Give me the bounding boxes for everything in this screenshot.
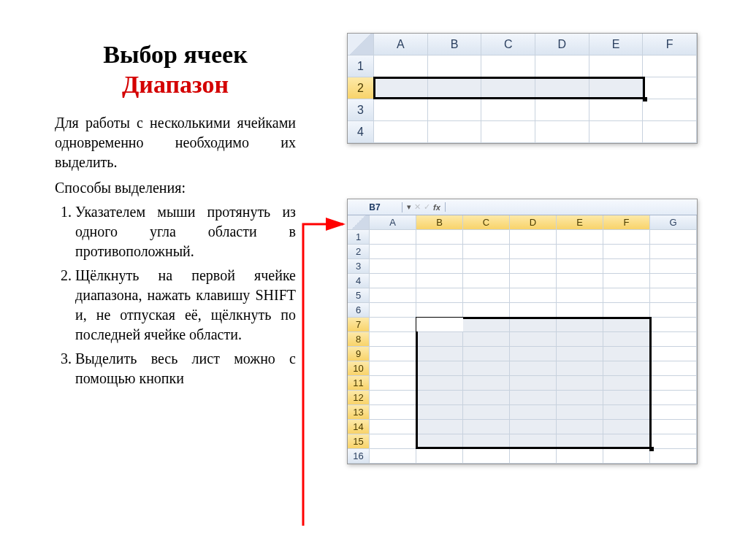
cell[interactable]	[557, 391, 603, 405]
row-header[interactable]: 3	[348, 259, 370, 274]
cell[interactable]	[428, 121, 482, 143]
cell[interactable]	[557, 449, 603, 464]
cell[interactable]	[650, 434, 697, 449]
cell[interactable]	[463, 347, 510, 361]
cell[interactable]	[535, 77, 589, 99]
cell[interactable]	[510, 391, 557, 405]
cell[interactable]	[603, 391, 650, 405]
col-header[interactable]: B	[416, 215, 463, 230]
row-header[interactable]: 6	[348, 303, 370, 318]
cell[interactable]	[603, 288, 650, 303]
col-header[interactable]: F	[603, 215, 650, 230]
cell[interactable]	[463, 274, 510, 288]
cell[interactable]	[650, 391, 697, 405]
cell[interactable]	[510, 347, 557, 361]
cancel-icon[interactable]: ✕	[414, 202, 421, 212]
cell[interactable]	[416, 274, 463, 288]
cell[interactable]	[535, 121, 589, 143]
dropdown-icon[interactable]: ▾	[407, 202, 411, 212]
cell[interactable]	[643, 99, 697, 121]
cell[interactable]	[603, 245, 650, 259]
cell[interactable]	[416, 230, 463, 245]
cell[interactable]	[510, 361, 557, 376]
row-header[interactable]: 4	[348, 121, 374, 143]
row-header[interactable]: 16	[348, 449, 370, 464]
cell[interactable]	[557, 434, 603, 449]
cell[interactable]	[510, 259, 557, 274]
cell[interactable]	[370, 449, 416, 464]
cell[interactable]	[535, 55, 589, 77]
row-header[interactable]: 2	[348, 77, 374, 99]
cell[interactable]	[428, 99, 482, 121]
cell[interactable]	[481, 99, 535, 121]
col-header[interactable]: C	[463, 215, 510, 230]
cell[interactable]	[589, 77, 644, 99]
select-all-corner[interactable]	[348, 215, 370, 230]
cell[interactable]	[603, 274, 650, 288]
cell[interactable]	[650, 288, 697, 303]
cell[interactable]	[603, 434, 650, 449]
cell[interactable]	[557, 376, 603, 391]
cell[interactable]	[370, 332, 416, 347]
cell[interactable]	[603, 405, 650, 420]
cell[interactable]	[589, 121, 644, 143]
cell[interactable]	[463, 449, 510, 464]
cell[interactable]	[370, 274, 416, 288]
cell[interactable]	[603, 420, 650, 434]
cell[interactable]	[557, 259, 603, 274]
cell[interactable]	[370, 288, 416, 303]
cell[interactable]	[535, 99, 589, 121]
cell[interactable]	[370, 376, 416, 391]
cell[interactable]	[416, 332, 463, 347]
cell[interactable]	[370, 420, 416, 434]
row-header[interactable]: 1	[348, 55, 374, 77]
col-header[interactable]: C	[481, 34, 535, 55]
cell[interactable]	[463, 361, 510, 376]
cell[interactable]	[650, 420, 697, 434]
row-header[interactable]: 4	[348, 274, 370, 288]
col-header[interactable]: A	[370, 215, 416, 230]
cell[interactable]	[603, 318, 650, 332]
fx-icon[interactable]: fx	[433, 203, 440, 212]
cell[interactable]	[650, 245, 697, 259]
cell[interactable]	[557, 361, 603, 376]
cell[interactable]	[643, 121, 697, 143]
row-header[interactable]: 7	[348, 318, 370, 332]
cell[interactable]	[510, 449, 557, 464]
row-header[interactable]: 11	[348, 376, 370, 391]
cell[interactable]	[603, 259, 650, 274]
cell[interactable]	[650, 318, 697, 332]
cell[interactable]	[510, 230, 557, 245]
cell[interactable]	[510, 405, 557, 420]
cell[interactable]	[510, 303, 557, 318]
cell[interactable]	[557, 288, 603, 303]
cell[interactable]	[428, 77, 482, 99]
cell[interactable]	[510, 274, 557, 288]
cell[interactable]	[557, 230, 603, 245]
cell[interactable]	[463, 391, 510, 405]
cell[interactable]	[463, 420, 510, 434]
cell[interactable]	[416, 405, 463, 420]
cell[interactable]	[650, 259, 697, 274]
cell[interactable]	[557, 245, 603, 259]
row-header[interactable]: 3	[348, 99, 374, 121]
cell[interactable]	[557, 347, 603, 361]
cell[interactable]	[603, 332, 650, 347]
cell[interactable]	[428, 55, 482, 77]
cell[interactable]	[416, 376, 463, 391]
cell[interactable]	[603, 361, 650, 376]
cell[interactable]	[643, 77, 697, 99]
row-header[interactable]: 5	[348, 288, 370, 303]
cell[interactable]	[589, 99, 644, 121]
cell[interactable]	[416, 259, 463, 274]
cell[interactable]	[370, 259, 416, 274]
fill-handle[interactable]	[649, 447, 654, 451]
cell[interactable]	[650, 230, 697, 245]
cell[interactable]	[374, 121, 428, 143]
cell[interactable]	[650, 361, 697, 376]
cell[interactable]	[557, 332, 603, 347]
cell[interactable]	[416, 449, 463, 464]
cell[interactable]	[374, 55, 428, 77]
cell[interactable]	[603, 376, 650, 391]
cell[interactable]	[557, 318, 603, 332]
